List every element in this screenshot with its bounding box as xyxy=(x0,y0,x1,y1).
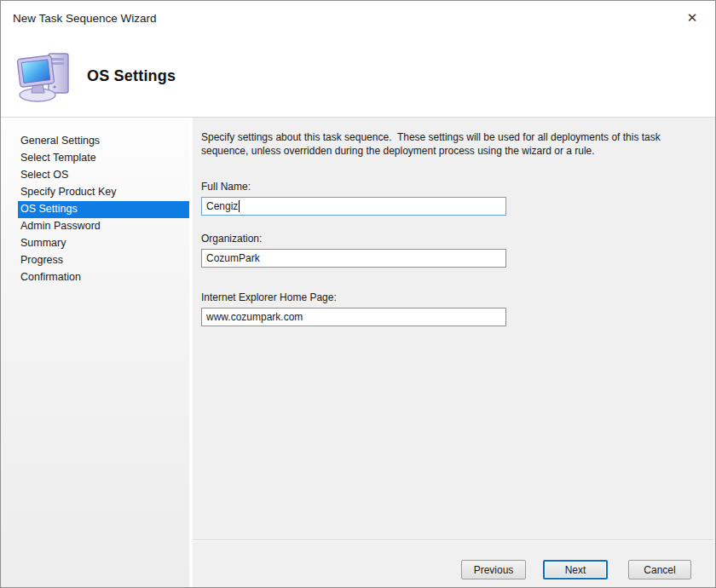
computer-icon xyxy=(16,51,71,102)
page-title: OS Settings xyxy=(87,67,176,85)
organization-field-group: Organization: xyxy=(201,233,506,268)
ie-home-page-label: Internet Explorer Home Page: xyxy=(201,291,506,303)
sidebar-item-os-settings[interactable]: OS Settings xyxy=(18,201,189,218)
full-name-input[interactable]: Cengiz xyxy=(201,197,506,216)
text-caret xyxy=(239,200,240,212)
sidebar-item-progress[interactable]: Progress xyxy=(18,252,189,269)
main-panel: Specify settings about this task sequenc… xyxy=(193,118,715,587)
title-bar: New Task Sequence Wizard ✕ xyxy=(1,1,715,35)
close-icon[interactable]: ✕ xyxy=(679,5,705,31)
organization-label: Organization: xyxy=(201,233,506,245)
organization-input[interactable] xyxy=(201,249,506,268)
sidebar-item-admin-password[interactable]: Admin Password xyxy=(18,218,189,235)
footer-divider xyxy=(193,539,713,541)
ie-home-page-input[interactable] xyxy=(201,308,506,326)
sidebar-item-general-settings[interactable]: General Settings xyxy=(18,133,189,150)
window-title: New Task Sequence Wizard xyxy=(13,12,679,25)
sidebar-item-select-os[interactable]: Select OS xyxy=(18,167,189,184)
full-name-field-group: Full Name: Cengiz xyxy=(201,181,506,216)
wizard-header: OS Settings xyxy=(1,35,715,118)
wizard-steps-sidebar: General Settings Select Template Select … xyxy=(1,118,193,587)
sidebar-item-summary[interactable]: Summary xyxy=(18,235,189,252)
wizard-navigation-buttons: Previous Next Cancel xyxy=(461,560,691,579)
wizard-window: New Task Sequence Wizard ✕ xyxy=(0,0,716,588)
ie-home-page-field-group: Internet Explorer Home Page: xyxy=(201,291,506,326)
wizard-body: General Settings Select Template Select … xyxy=(1,118,715,587)
cancel-button[interactable]: Cancel xyxy=(628,560,691,579)
previous-button[interactable]: Previous xyxy=(461,560,526,579)
next-button[interactable]: Next xyxy=(543,560,608,579)
page-description: Specify settings about this task sequenc… xyxy=(201,130,680,158)
sidebar-item-confirmation[interactable]: Confirmation xyxy=(18,269,189,286)
sidebar-item-specify-product-key[interactable]: Specify Product Key xyxy=(18,184,189,201)
full-name-label: Full Name: xyxy=(201,181,506,193)
full-name-value: Cengiz xyxy=(206,200,238,212)
sidebar-item-select-template[interactable]: Select Template xyxy=(18,150,189,167)
